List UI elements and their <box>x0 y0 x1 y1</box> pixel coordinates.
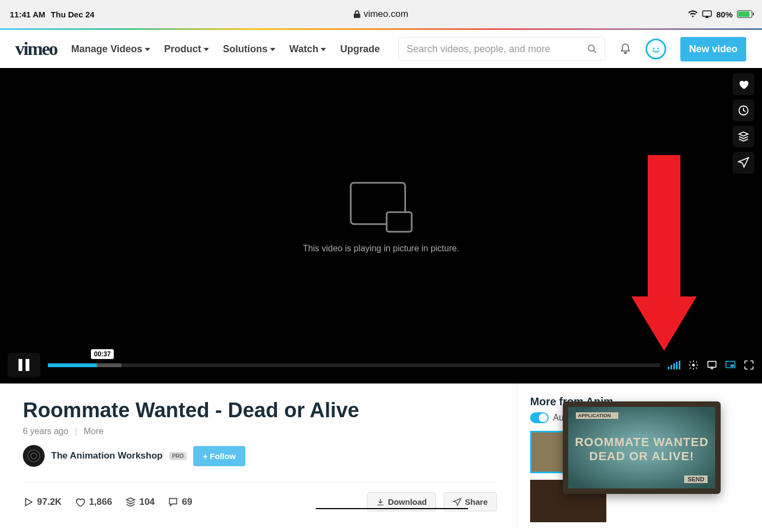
stat-value: 1,866 <box>89 497 112 508</box>
pip-text-line: ROOMMATE WANTED <box>575 435 709 449</box>
share-action-button[interactable]: Share <box>444 492 497 511</box>
face-icon <box>649 42 662 55</box>
url-domain: vimeo.com <box>364 9 408 20</box>
comments-stat[interactable]: 69 <box>168 497 192 508</box>
search-box[interactable] <box>398 37 605 61</box>
btn-label: Download <box>388 497 427 506</box>
download-button[interactable]: Download <box>367 492 437 511</box>
likes-stat[interactable]: 1,866 <box>75 497 112 508</box>
author-name[interactable]: The Animation Workshop <box>51 450 163 461</box>
video-title: Roommate Wanted - Dead or Alive <box>23 399 497 422</box>
pause-button[interactable] <box>8 353 40 377</box>
chevron-down-icon <box>321 48 326 51</box>
chevron-down-icon <box>270 48 275 51</box>
pip-app-label: APPLICATION <box>576 412 618 419</box>
svg-point-3 <box>653 48 654 50</box>
browser-url[interactable]: vimeo.com <box>354 9 408 20</box>
lock-icon <box>354 10 360 18</box>
watch-later-button[interactable] <box>733 100 754 121</box>
svg-rect-0 <box>703 11 711 16</box>
nav-manage-videos[interactable]: Manage Videos <box>71 44 150 55</box>
progress-bar[interactable]: 00:37 <box>48 363 660 367</box>
svg-rect-6 <box>386 212 411 232</box>
chevron-down-icon <box>204 48 209 51</box>
heart-icon <box>75 497 85 508</box>
battery-percent: 80% <box>716 10 733 19</box>
like-button[interactable] <box>733 73 754 95</box>
video-player: This video is playing in picture in pict… <box>0 68 762 383</box>
stack-icon <box>125 497 136 508</box>
nav-label: Watch <box>290 44 318 55</box>
user-avatar[interactable] <box>646 39 666 59</box>
collections-button[interactable] <box>733 126 754 147</box>
divider: | <box>75 426 77 436</box>
share-button[interactable] <box>733 152 754 174</box>
stat-value: 69 <box>182 497 192 508</box>
nav-label: Manage Videos <box>71 44 143 55</box>
ipad-status-bar: 11:41 AM Thu Dec 24 vimeo.com 80% <box>0 0 762 28</box>
svg-point-8 <box>692 364 695 367</box>
progress-played <box>48 363 97 367</box>
video-age: 6 years ago <box>23 426 69 436</box>
status-time: 11:41 AM <box>10 10 45 19</box>
pip-icon <box>348 181 414 235</box>
nav-label: Solutions <box>223 44 268 55</box>
vimeo-logo[interactable]: vimeo <box>15 39 57 59</box>
svg-point-1 <box>588 45 594 51</box>
nav-upgrade[interactable]: Upgrade <box>340 44 380 55</box>
nav-product[interactable]: Product <box>164 44 209 55</box>
status-date: Thu Dec 24 <box>51 10 94 19</box>
time-tooltip: 00:37 <box>91 349 114 359</box>
stat-value: 97.2K <box>37 497 62 508</box>
plays-stat[interactable]: 97.2K <box>23 497 62 508</box>
pro-badge: PRO <box>169 452 187 460</box>
pip-toggle-icon[interactable] <box>725 360 736 370</box>
pip-placeholder: This video is playing in picture in pict… <box>303 181 459 253</box>
search-icon[interactable] <box>587 44 597 54</box>
pip-text-line: DEAD OR ALIVE! <box>589 449 695 463</box>
airplay-icon[interactable] <box>706 360 717 370</box>
pip-message: This video is playing in picture in pict… <box>303 244 459 253</box>
svg-point-12 <box>28 450 40 462</box>
site-header: vimeo Manage Videos Product Solutions Wa… <box>0 30 762 68</box>
svg-point-2 <box>650 44 661 54</box>
new-video-button[interactable]: New video <box>680 37 746 61</box>
svg-point-4 <box>657 48 659 50</box>
stat-value: 104 <box>139 497 155 508</box>
svg-rect-9 <box>708 361 716 367</box>
search-input[interactable] <box>407 44 587 55</box>
nav-label: Product <box>164 44 201 55</box>
play-icon <box>23 497 34 508</box>
wifi-icon <box>688 10 698 18</box>
volume-control[interactable] <box>668 361 680 369</box>
notifications-icon[interactable] <box>619 43 631 55</box>
download-icon <box>376 498 385 506</box>
comment-icon <box>168 497 179 508</box>
nav-watch[interactable]: Watch <box>290 44 326 55</box>
pip-floating-window[interactable]: APPLICATION ROOMMATE WANTED DEAD OR ALIV… <box>563 401 721 494</box>
settings-icon[interactable] <box>688 360 699 370</box>
nav-label: Upgrade <box>340 44 380 55</box>
collections-stat[interactable]: 104 <box>125 497 155 508</box>
pip-send-label: SEND <box>684 475 708 483</box>
autoplay-toggle[interactable] <box>530 412 549 423</box>
player-controls: 00:37 <box>8 353 754 377</box>
fullscreen-icon[interactable] <box>743 360 754 370</box>
more-link[interactable]: More <box>84 426 103 436</box>
author-avatar[interactable] <box>23 445 45 467</box>
chevron-down-icon <box>145 48 150 51</box>
follow-button[interactable]: + Follow <box>193 446 245 466</box>
red-arrow-annotation <box>631 155 697 383</box>
svg-rect-11 <box>730 364 734 367</box>
nav-solutions[interactable]: Solutions <box>223 44 275 55</box>
airplay-status-icon <box>702 10 712 18</box>
battery-icon <box>737 10 752 18</box>
player-side-actions <box>733 73 754 174</box>
share-icon <box>453 498 462 506</box>
btn-label: Share <box>465 497 488 506</box>
